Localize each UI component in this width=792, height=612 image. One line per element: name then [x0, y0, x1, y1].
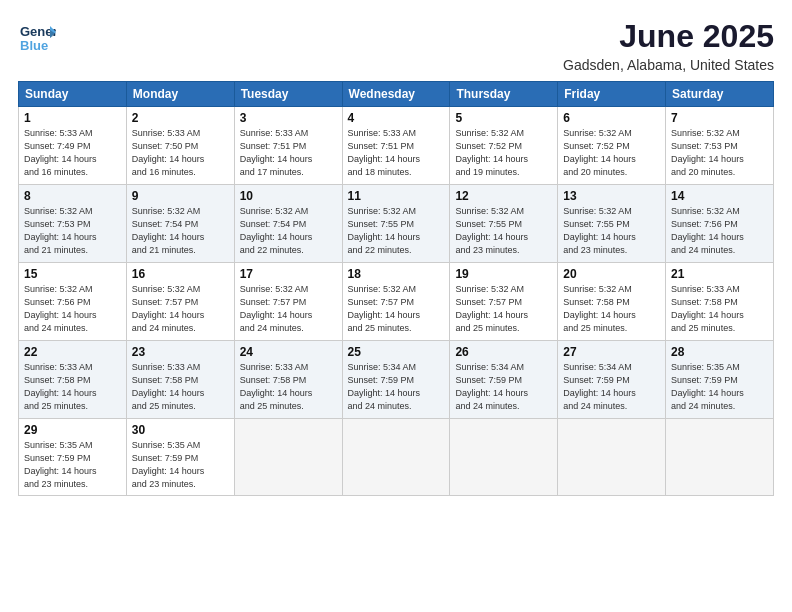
day-number: 1 — [24, 111, 121, 125]
table-row — [450, 419, 558, 496]
table-row: 24Sunrise: 5:33 AM Sunset: 7:58 PM Dayli… — [234, 341, 342, 419]
subtitle: Gadsden, Alabama, United States — [563, 57, 774, 73]
table-row: 21Sunrise: 5:33 AM Sunset: 7:58 PM Dayli… — [666, 263, 774, 341]
col-sunday: Sunday — [19, 82, 127, 107]
table-row: 14Sunrise: 5:32 AM Sunset: 7:56 PM Dayli… — [666, 185, 774, 263]
day-number: 4 — [348, 111, 445, 125]
col-friday: Friday — [558, 82, 666, 107]
table-row: 4Sunrise: 5:33 AM Sunset: 7:51 PM Daylig… — [342, 107, 450, 185]
calendar-week-row: 22Sunrise: 5:33 AM Sunset: 7:58 PM Dayli… — [19, 341, 774, 419]
day-info: Sunrise: 5:33 AM Sunset: 7:50 PM Dayligh… — [132, 127, 229, 179]
table-row: 27Sunrise: 5:34 AM Sunset: 7:59 PM Dayli… — [558, 341, 666, 419]
day-info: Sunrise: 5:33 AM Sunset: 7:51 PM Dayligh… — [348, 127, 445, 179]
day-info: Sunrise: 5:33 AM Sunset: 7:58 PM Dayligh… — [240, 361, 337, 413]
table-row: 26Sunrise: 5:34 AM Sunset: 7:59 PM Dayli… — [450, 341, 558, 419]
col-thursday: Thursday — [450, 82, 558, 107]
day-info: Sunrise: 5:32 AM Sunset: 7:53 PM Dayligh… — [671, 127, 768, 179]
day-info: Sunrise: 5:32 AM Sunset: 7:58 PM Dayligh… — [563, 283, 660, 335]
calendar-table: Sunday Monday Tuesday Wednesday Thursday… — [18, 81, 774, 496]
col-tuesday: Tuesday — [234, 82, 342, 107]
day-number: 6 — [563, 111, 660, 125]
day-number: 24 — [240, 345, 337, 359]
day-info: Sunrise: 5:35 AM Sunset: 7:59 PM Dayligh… — [132, 439, 229, 491]
table-row: 29Sunrise: 5:35 AM Sunset: 7:59 PM Dayli… — [19, 419, 127, 496]
day-info: Sunrise: 5:34 AM Sunset: 7:59 PM Dayligh… — [348, 361, 445, 413]
day-info: Sunrise: 5:32 AM Sunset: 7:55 PM Dayligh… — [455, 205, 552, 257]
table-row: 6Sunrise: 5:32 AM Sunset: 7:52 PM Daylig… — [558, 107, 666, 185]
day-info: Sunrise: 5:32 AM Sunset: 7:56 PM Dayligh… — [671, 205, 768, 257]
day-info: Sunrise: 5:32 AM Sunset: 7:54 PM Dayligh… — [132, 205, 229, 257]
col-monday: Monday — [126, 82, 234, 107]
day-info: Sunrise: 5:32 AM Sunset: 7:54 PM Dayligh… — [240, 205, 337, 257]
table-row: 1Sunrise: 5:33 AM Sunset: 7:49 PM Daylig… — [19, 107, 127, 185]
day-number: 22 — [24, 345, 121, 359]
col-wednesday: Wednesday — [342, 82, 450, 107]
table-row: 30Sunrise: 5:35 AM Sunset: 7:59 PM Dayli… — [126, 419, 234, 496]
header: General Blue June 2025 Gadsden, Alabama,… — [18, 18, 774, 73]
table-row: 9Sunrise: 5:32 AM Sunset: 7:54 PM Daylig… — [126, 185, 234, 263]
day-info: Sunrise: 5:32 AM Sunset: 7:55 PM Dayligh… — [563, 205, 660, 257]
day-number: 14 — [671, 189, 768, 203]
day-info: Sunrise: 5:32 AM Sunset: 7:57 PM Dayligh… — [240, 283, 337, 335]
calendar-week-row: 29Sunrise: 5:35 AM Sunset: 7:59 PM Dayli… — [19, 419, 774, 496]
logo-icon: General Blue — [18, 18, 56, 56]
day-info: Sunrise: 5:34 AM Sunset: 7:59 PM Dayligh… — [563, 361, 660, 413]
table-row — [666, 419, 774, 496]
day-info: Sunrise: 5:33 AM Sunset: 7:58 PM Dayligh… — [24, 361, 121, 413]
day-number: 12 — [455, 189, 552, 203]
day-number: 15 — [24, 267, 121, 281]
table-row: 10Sunrise: 5:32 AM Sunset: 7:54 PM Dayli… — [234, 185, 342, 263]
day-number: 13 — [563, 189, 660, 203]
day-info: Sunrise: 5:33 AM Sunset: 7:49 PM Dayligh… — [24, 127, 121, 179]
day-info: Sunrise: 5:32 AM Sunset: 7:52 PM Dayligh… — [455, 127, 552, 179]
day-number: 27 — [563, 345, 660, 359]
day-info: Sunrise: 5:32 AM Sunset: 7:53 PM Dayligh… — [24, 205, 121, 257]
day-info: Sunrise: 5:35 AM Sunset: 7:59 PM Dayligh… — [671, 361, 768, 413]
day-number: 10 — [240, 189, 337, 203]
table-row: 23Sunrise: 5:33 AM Sunset: 7:58 PM Dayli… — [126, 341, 234, 419]
day-info: Sunrise: 5:32 AM Sunset: 7:57 PM Dayligh… — [455, 283, 552, 335]
table-row: 28Sunrise: 5:35 AM Sunset: 7:59 PM Dayli… — [666, 341, 774, 419]
table-row: 25Sunrise: 5:34 AM Sunset: 7:59 PM Dayli… — [342, 341, 450, 419]
day-number: 20 — [563, 267, 660, 281]
table-row — [234, 419, 342, 496]
table-row — [342, 419, 450, 496]
col-saturday: Saturday — [666, 82, 774, 107]
day-number: 19 — [455, 267, 552, 281]
table-row: 12Sunrise: 5:32 AM Sunset: 7:55 PM Dayli… — [450, 185, 558, 263]
table-row: 5Sunrise: 5:32 AM Sunset: 7:52 PM Daylig… — [450, 107, 558, 185]
day-number: 9 — [132, 189, 229, 203]
table-row: 18Sunrise: 5:32 AM Sunset: 7:57 PM Dayli… — [342, 263, 450, 341]
day-number: 16 — [132, 267, 229, 281]
day-number: 7 — [671, 111, 768, 125]
day-info: Sunrise: 5:33 AM Sunset: 7:58 PM Dayligh… — [671, 283, 768, 335]
svg-text:Blue: Blue — [20, 38, 48, 53]
table-row: 11Sunrise: 5:32 AM Sunset: 7:55 PM Dayli… — [342, 185, 450, 263]
table-row: 20Sunrise: 5:32 AM Sunset: 7:58 PM Dayli… — [558, 263, 666, 341]
table-row: 19Sunrise: 5:32 AM Sunset: 7:57 PM Dayli… — [450, 263, 558, 341]
day-number: 28 — [671, 345, 768, 359]
calendar-header-row: Sunday Monday Tuesday Wednesday Thursday… — [19, 82, 774, 107]
day-info: Sunrise: 5:33 AM Sunset: 7:51 PM Dayligh… — [240, 127, 337, 179]
table-row: 7Sunrise: 5:32 AM Sunset: 7:53 PM Daylig… — [666, 107, 774, 185]
day-number: 30 — [132, 423, 229, 437]
day-number: 18 — [348, 267, 445, 281]
table-row: 16Sunrise: 5:32 AM Sunset: 7:57 PM Dayli… — [126, 263, 234, 341]
main-title: June 2025 — [563, 18, 774, 55]
day-number: 25 — [348, 345, 445, 359]
table-row: 8Sunrise: 5:32 AM Sunset: 7:53 PM Daylig… — [19, 185, 127, 263]
calendar-week-row: 1Sunrise: 5:33 AM Sunset: 7:49 PM Daylig… — [19, 107, 774, 185]
day-info: Sunrise: 5:34 AM Sunset: 7:59 PM Dayligh… — [455, 361, 552, 413]
table-row: 22Sunrise: 5:33 AM Sunset: 7:58 PM Dayli… — [19, 341, 127, 419]
table-row: 13Sunrise: 5:32 AM Sunset: 7:55 PM Dayli… — [558, 185, 666, 263]
table-row: 15Sunrise: 5:32 AM Sunset: 7:56 PM Dayli… — [19, 263, 127, 341]
day-number: 29 — [24, 423, 121, 437]
day-info: Sunrise: 5:32 AM Sunset: 7:57 PM Dayligh… — [132, 283, 229, 335]
day-info: Sunrise: 5:32 AM Sunset: 7:57 PM Dayligh… — [348, 283, 445, 335]
day-info: Sunrise: 5:32 AM Sunset: 7:55 PM Dayligh… — [348, 205, 445, 257]
day-number: 3 — [240, 111, 337, 125]
day-number: 21 — [671, 267, 768, 281]
day-number: 5 — [455, 111, 552, 125]
table-row: 17Sunrise: 5:32 AM Sunset: 7:57 PM Dayli… — [234, 263, 342, 341]
table-row: 2Sunrise: 5:33 AM Sunset: 7:50 PM Daylig… — [126, 107, 234, 185]
